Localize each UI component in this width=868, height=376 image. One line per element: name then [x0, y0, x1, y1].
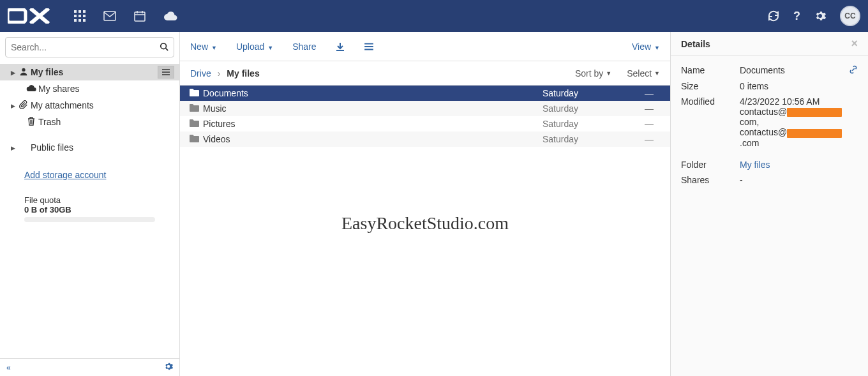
file-date: Saturday [542, 88, 645, 98]
search-icon[interactable] [160, 42, 168, 53]
redacted-text [787, 129, 842, 138]
caret-down-icon [267, 41, 273, 52]
trash-icon [24, 117, 38, 128]
details-name-value: Documents [740, 65, 849, 75]
details-folder-label: Folder [681, 160, 740, 170]
sidebar-item-label: Public files [31, 142, 73, 153]
svg-rect-9 [83, 19, 86, 22]
sidebar-item-my-files[interactable]: My files [0, 64, 179, 80]
sidebar-item-label: Trash [38, 117, 61, 127]
add-storage-account-link[interactable]: Add storage account [0, 170, 179, 180]
file-date: Saturday [542, 103, 645, 114]
sidebar-item-label: My attachments [31, 100, 94, 110]
file-row[interactable]: VideosSaturday— [180, 132, 670, 147]
svg-rect-5 [79, 15, 81, 17]
share-link-icon[interactable] [849, 65, 858, 76]
upload-dropdown[interactable]: Upload [236, 41, 273, 52]
svg-point-13 [22, 68, 25, 71]
select-dropdown[interactable]: Select [627, 68, 660, 79]
folder-menu-button[interactable] [158, 66, 174, 79]
watermark-text: EasyRocketStudio.com [341, 213, 509, 234]
file-row[interactable]: MusicSaturday— [180, 101, 670, 116]
svg-point-12 [161, 43, 167, 49]
svg-rect-3 [83, 10, 86, 13]
close-details-icon[interactable]: × [851, 37, 858, 50]
caret-down-icon [211, 41, 217, 52]
folder-icon [180, 119, 200, 130]
sidebar-bottom: « [0, 358, 179, 376]
sidebar-item-label: My shares [38, 84, 80, 94]
user-icon [17, 67, 31, 78]
file-name: Documents [200, 88, 542, 98]
apps-grid-icon[interactable] [74, 10, 86, 22]
view-dropdown[interactable]: View [632, 41, 660, 52]
breadcrumb-current: My files [227, 68, 259, 79]
folder-icon [180, 134, 200, 145]
sort-by-dropdown[interactable]: Sort by [575, 68, 611, 79]
breadcrumb-root[interactable]: Drive [190, 68, 211, 79]
file-date: Saturday [542, 134, 645, 144]
search-input[interactable] [11, 42, 160, 52]
new-dropdown[interactable]: New [190, 41, 217, 52]
details-modified-value: 4/23/2022 10:56 AM contactus@com, contac… [740, 96, 858, 148]
breadcrumb-sep-icon: › [218, 68, 221, 79]
topbar: ? CC [0, 0, 868, 32]
user-avatar[interactable]: CC [840, 6, 860, 26]
file-row[interactable]: PicturesSaturday— [180, 116, 670, 132]
help-icon[interactable]: ? [793, 10, 800, 23]
svg-rect-0 [8, 10, 26, 22]
caret-right-icon [9, 144, 17, 151]
caret-down-icon [606, 70, 611, 77]
sidebar-item-my-shares[interactable]: My shares [0, 80, 179, 97]
details-folder-value[interactable]: My files [740, 160, 858, 170]
file-date: Saturday [542, 119, 645, 129]
ox-logo[interactable] [8, 8, 52, 24]
svg-rect-8 [79, 19, 81, 22]
sidebar-item-public-files[interactable]: Public files [0, 139, 179, 156]
quota-bar [24, 217, 155, 222]
details-size-value: 0 items [740, 81, 858, 91]
file-row[interactable]: DocumentsSaturday— [180, 86, 670, 101]
file-name: Videos [200, 134, 542, 144]
share-button[interactable]: Share [292, 41, 316, 52]
calendar-icon[interactable] [134, 10, 146, 22]
details-name-label: Name [681, 65, 740, 75]
content-pane: New Upload Share View Drive › My files S… [180, 32, 670, 376]
breadcrumb-row: Drive › My files Sort by Select [180, 61, 670, 86]
file-name: Pictures [200, 119, 542, 129]
folder-icon [180, 88, 200, 99]
details-size-label: Size [681, 81, 740, 91]
search-box[interactable] [5, 37, 174, 57]
refresh-icon[interactable] [768, 10, 779, 22]
sidebar-settings-icon[interactable] [164, 362, 173, 373]
sidebar-item-label: My files [31, 67, 63, 77]
file-size: — [645, 119, 670, 129]
cloud-icon[interactable] [163, 10, 177, 22]
svg-rect-11 [135, 12, 145, 21]
cloud-small-icon [24, 84, 38, 94]
details-title: Details [681, 39, 710, 49]
sidebar-item-my-attachments[interactable]: My attachments [0, 97, 179, 114]
download-icon[interactable] [336, 42, 345, 51]
svg-rect-6 [83, 15, 86, 17]
file-size: — [645, 134, 670, 144]
quota-label: File quota [24, 195, 179, 205]
caret-down-icon [654, 70, 660, 77]
caret-right-icon [9, 69, 17, 76]
file-size: — [645, 103, 670, 114]
details-shares-value: - [740, 175, 858, 185]
quota-value: 0 B of 30GB [24, 205, 179, 214]
sidebar: My files My shares My attachments [0, 32, 180, 376]
caret-right-icon [9, 102, 17, 109]
collapse-sidebar-icon[interactable]: « [6, 363, 11, 372]
svg-rect-2 [79, 10, 81, 13]
caret-down-icon [654, 41, 660, 52]
svg-rect-4 [74, 15, 77, 17]
settings-gear-icon[interactable] [814, 10, 826, 22]
file-quota: File quota 0 B of 30GB [0, 180, 179, 214]
mail-icon[interactable] [103, 10, 116, 22]
more-menu-icon[interactable] [364, 43, 374, 50]
file-name: Music [200, 103, 542, 114]
sidebar-item-trash[interactable]: Trash [0, 114, 179, 130]
redacted-text [787, 108, 842, 117]
